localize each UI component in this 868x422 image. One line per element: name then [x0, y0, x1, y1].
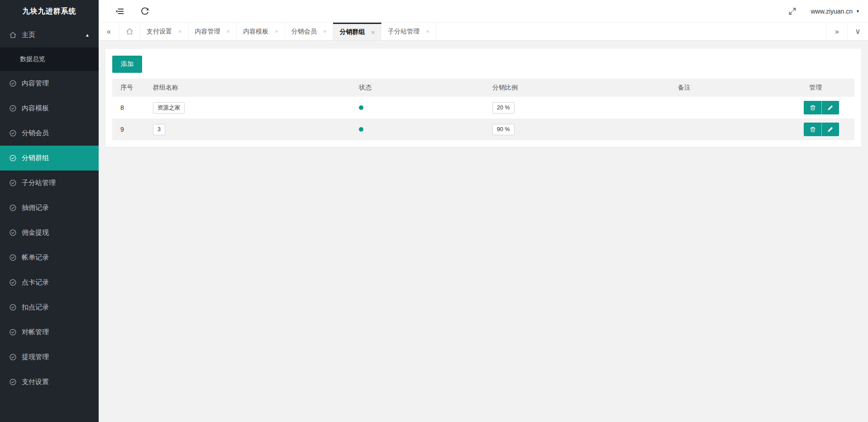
sidebar-item-label: 帐单记录 [22, 253, 49, 262]
caret-down-icon: ▼ [856, 9, 860, 14]
collapse-sidebar-icon[interactable] [115, 7, 124, 16]
delete-button[interactable] [804, 123, 821, 136]
tab-sub-site-management[interactable]: 子分站管理 × [382, 23, 436, 40]
tab-distribution-group[interactable]: 分销群组 × [333, 23, 382, 40]
tab-home[interactable] [119, 23, 140, 40]
sidebar-item-label: 内容模板 [22, 104, 49, 113]
badge-check-icon [9, 204, 17, 212]
cell-name: 资源之家 [146, 97, 352, 119]
group-name-box[interactable]: 3 [153, 124, 165, 135]
pencil-icon [827, 104, 834, 111]
refresh-icon[interactable] [140, 7, 149, 16]
delete-button[interactable] [804, 101, 821, 114]
cell-remark [671, 119, 802, 140]
fullscreen-icon[interactable] [788, 7, 797, 16]
close-icon[interactable]: × [275, 28, 278, 35]
home-icon [9, 31, 17, 39]
badge-check-icon [9, 179, 17, 187]
sidebar-item-content-management[interactable]: 内容管理 [0, 71, 99, 96]
tab-label: 子分站管理 [388, 28, 420, 36]
ratio-box[interactable]: 20 % [492, 102, 515, 114]
col-header-remark: 备注 [671, 79, 802, 97]
sidebar-item-reconciliation[interactable]: 对帐管理 [0, 320, 99, 345]
sidebar-item-label: 分销群组 [22, 154, 49, 162]
status-dot-icon [359, 127, 363, 132]
edit-button[interactable] [821, 101, 839, 114]
sidebar-item-card-record[interactable]: 点卡记录 [0, 270, 99, 295]
cell-status [352, 97, 486, 119]
sidebar-item-bill-record[interactable]: 帐单记录 [0, 245, 99, 270]
topbar: www.ziyuan.cn ▼ [99, 0, 868, 23]
app-title: 九块九进群系统 [0, 0, 99, 23]
cell-manage [802, 97, 854, 119]
col-header-ratio: 分销比例 [486, 79, 671, 97]
badge-check-icon [9, 303, 17, 311]
sidebar-item-label: 抽佣记录 [22, 204, 49, 212]
sidebar-item-sub-site-management[interactable]: 子分站管理 [0, 171, 99, 195]
caret-up-icon: ▲ [85, 33, 90, 38]
sidebar-subitem-data-overview[interactable]: 数据总览 [0, 47, 99, 71]
badge-check-icon [9, 80, 17, 87]
tab-label: 支付设置 [147, 28, 172, 36]
badge-check-icon [9, 353, 17, 361]
sidebar-item-label: 对帐管理 [22, 328, 49, 337]
site-label: www.ziyuan.cn [811, 8, 853, 15]
close-icon[interactable]: × [371, 29, 375, 36]
table-row: 9 3 90 % [112, 119, 854, 140]
main-content: 添加 序号 群组名称 状态 分销比例 备注 管理 [99, 41, 868, 422]
cell-name: 3 [146, 119, 352, 140]
sidebar-item-deduction-record[interactable]: 扣点记录 [0, 295, 99, 320]
close-icon[interactable]: × [426, 28, 429, 35]
sidebar-item-commission-record[interactable]: 抽佣记录 [0, 195, 99, 220]
group-name-box[interactable]: 资源之家 [153, 102, 185, 114]
cell-manage [802, 119, 854, 140]
sidebar-item-label: 分销会员 [22, 129, 49, 138]
sidebar-item-commission-withdraw[interactable]: 佣金提现 [0, 220, 99, 245]
badge-check-icon [9, 328, 17, 336]
pencil-icon [827, 126, 834, 133]
sidebar-item-label: 支付设置 [22, 378, 49, 386]
sidebar-item-distribution-group[interactable]: 分销群组 [0, 146, 99, 171]
tab-label: 分销会员 [291, 28, 317, 36]
tabs-menu-button[interactable]: ∨ [847, 23, 868, 40]
tab-distribution-member[interactable]: 分销会员 × [285, 23, 334, 40]
cell-status [352, 119, 486, 140]
trash-icon [810, 126, 816, 133]
tab-content-management[interactable]: 内容管理 × [189, 23, 237, 40]
sidebar-item-payment-settings[interactable]: 支付设置 [0, 370, 99, 394]
tabbar-spacer [436, 23, 826, 40]
sidebar-item-content-template[interactable]: 内容模板 [0, 96, 99, 121]
add-button[interactable]: 添加 [112, 56, 142, 73]
ratio-box[interactable]: 90 % [492, 124, 515, 135]
tab-payment-settings[interactable]: 支付设置 × [140, 23, 189, 40]
sidebar-item-label: 扣点记录 [22, 303, 49, 312]
tabs-scroll-right-button[interactable]: » [826, 23, 847, 40]
cell-id: 9 [112, 119, 146, 140]
cell-ratio: 20 % [486, 97, 671, 119]
group-table: 序号 群组名称 状态 分销比例 备注 管理 8 资源之家 [112, 79, 854, 140]
col-header-status: 状态 [352, 79, 486, 97]
site-dropdown[interactable]: www.ziyuan.cn ▼ [811, 8, 860, 15]
edit-button[interactable] [821, 123, 839, 136]
badge-check-icon [9, 229, 17, 237]
sidebar-item-withdraw-management[interactable]: 提现管理 [0, 345, 99, 370]
close-icon[interactable]: × [227, 28, 230, 35]
tab-label: 内容管理 [195, 28, 220, 36]
tabs-scroll-left-button[interactable]: « [99, 23, 119, 40]
close-icon[interactable]: × [323, 28, 327, 35]
sidebar-item-label: 提现管理 [22, 353, 49, 361]
sidebar-item-label: 子分站管理 [22, 179, 56, 187]
badge-check-icon [9, 129, 17, 137]
close-icon[interactable]: × [178, 28, 182, 35]
badge-check-icon [9, 104, 17, 112]
col-header-id: 序号 [112, 79, 146, 97]
tab-content-template[interactable]: 内容模板 × [237, 23, 285, 40]
status-dot-icon [359, 105, 363, 110]
sidebar-item-home[interactable]: 主页 ▲ [0, 23, 99, 47]
sidebar-item-distribution-member[interactable]: 分销会员 [0, 121, 99, 146]
tab-label: 分销群组 [339, 28, 365, 36]
tabbar: « 支付设置 × 内容管理 × 内容模板 × 分销会员 × 分销群组 × [99, 23, 868, 41]
sidebar: 九块九进群系统 主页 ▲ 数据总览 内容管理 内容模板 分销会员 分销群组 子分… [0, 0, 99, 422]
cell-ratio: 90 % [486, 119, 671, 140]
sidebar-item-label: 点卡记录 [22, 278, 49, 287]
